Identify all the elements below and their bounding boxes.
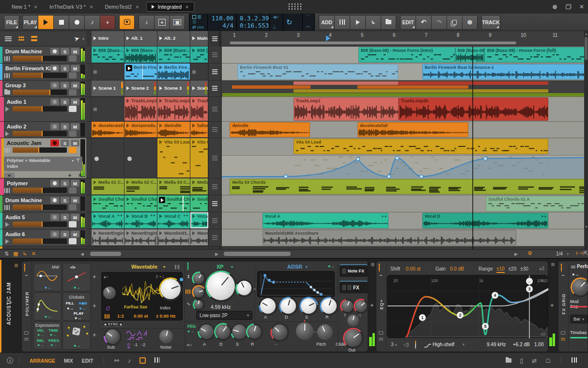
clip-options-column[interactable]	[208, 138, 220, 177]
browser-panel-icon[interactable]	[506, 358, 511, 363]
clip-options-column[interactable]	[208, 229, 220, 245]
arranger-clip[interactable]: 808 (Bass-08)	[455, 47, 485, 63]
mute-button[interactable]: M	[71, 231, 79, 238]
eq-curve-display[interactable]: 201001k10k +10 -10 ↔ 12543	[387, 275, 548, 338]
scene-button-4[interactable]: Scen	[190, 80, 208, 96]
transport-mode-icons[interactable]: ⇄	[189, 14, 208, 31]
tab-close-icon[interactable]: ✕	[185, 4, 189, 10]
track-menu-button[interactable]: TRACK	[481, 15, 500, 30]
track-row-group-3[interactable]: Group 3SM	[0, 80, 86, 97]
track-menu-button[interactable]	[69, 238, 77, 244]
arranger-row-8[interactable]: Soulful Chords 01 A	[222, 195, 584, 212]
tab-close-icon[interactable]: ✕	[89, 4, 93, 10]
solo-button[interactable]: S	[61, 48, 69, 55]
volume-slider[interactable]	[13, 205, 67, 210]
gain-value[interactable]: 0.0 dB	[450, 266, 464, 272]
clip-cell[interactable]: deceleratefall	[92, 122, 124, 137]
arm-button[interactable]	[50, 48, 59, 55]
fill-mod-icon[interactable]: ●→	[67, 306, 74, 311]
filter-power-icon[interactable]	[187, 264, 188, 271]
time-signature[interactable]: 4/4	[211, 22, 233, 29]
arranger-clip[interactable]: Vocal A▼▼	[263, 213, 389, 228]
clip-cell[interactable]: 808 (Bass-...	[157, 47, 190, 63]
volume-slider[interactable]	[13, 239, 67, 244]
clip-cell[interactable]: Vita 0	[190, 138, 208, 177]
arm-button[interactable]	[50, 180, 59, 187]
track-row-acoustic-jam[interactable]: Acoustic JamSMPolymer » WavetableIndex▾⊤…	[0, 138, 86, 178]
mute-button[interactable]: M	[71, 123, 79, 130]
volume-slider[interactable]	[13, 106, 67, 112]
clip-cell[interactable]: Soulf	[190, 195, 208, 211]
mod-slot-lfo[interactable]: MW ●→	[33, 263, 62, 291]
clip-cell[interactable]: fallon	[190, 122, 208, 137]
feg-s-knob[interactable]	[232, 324, 247, 339]
range-option-±20[interactable]: ±20	[509, 266, 517, 273]
clip-cell[interactable]	[190, 64, 208, 80]
delete-button[interactable]: ⊗	[462, 15, 478, 30]
sub-octave--2[interactable]: -2	[141, 342, 145, 347]
arm-button[interactable]	[50, 197, 59, 204]
scroll-up-icon[interactable]: ▲	[585, 32, 588, 35]
clip-cell[interactable]: Soulful Cho...	[124, 195, 157, 211]
eq-band-badge[interactable]: 3	[528, 287, 530, 291]
arranger-clip[interactable]: TrashLoop2b	[399, 97, 549, 121]
ruler-range-bar[interactable]	[230, 41, 516, 45]
mute-button[interactable]: M	[71, 82, 79, 89]
track-menu-button[interactable]	[69, 55, 77, 62]
fade-icons[interactable]: ⌒ 〜	[303, 14, 314, 31]
tab-demotest2[interactable]: DemoTest2✕	[100, 2, 144, 11]
play-menu-button[interactable]: PLAY	[22, 15, 38, 30]
info-icon[interactable]: i	[7, 357, 13, 364]
env-type-label[interactable]: ADSR	[287, 264, 302, 270]
tab-integrated[interactable]: Integrated✕	[146, 2, 195, 12]
automation-write-button[interactable]: ♪	[84, 15, 100, 30]
add-modulator-button[interactable]: +	[93, 302, 96, 309]
scene-button-3[interactable]: Scene 3	[157, 80, 190, 96]
noise-level-knob[interactable]	[159, 330, 173, 343]
clip-cell[interactable]: Vocal	[190, 212, 208, 228]
device-power-icon[interactable]	[561, 265, 562, 272]
clip-cell[interactable]	[92, 64, 124, 80]
launcher-hscroll-thumb[interactable]	[90, 252, 121, 256]
arm-button[interactable]	[50, 231, 59, 238]
rel-label[interactable]: REL●→	[37, 339, 45, 348]
stop-button-cell[interactable]	[86, 138, 92, 177]
filter-drive-knob[interactable]	[193, 273, 204, 284]
track-menu-button[interactable]	[69, 72, 77, 79]
dual-panel-icon[interactable]: ⚯	[114, 357, 119, 364]
stop-button-cell[interactable]	[86, 97, 92, 121]
snap-dropdown-icon[interactable]: ▾	[567, 252, 569, 256]
track-menu-button[interactable]	[69, 221, 77, 227]
mute-button[interactable]: M	[71, 197, 79, 204]
remote-controls-icon[interactable]	[379, 331, 383, 335]
add-modulator-button[interactable]: +	[93, 331, 96, 338]
scene-header-4[interactable]: Main	[190, 31, 208, 46]
clip-cell[interactable]	[92, 138, 124, 177]
osc-ratio[interactable]: 1:2	[117, 313, 124, 319]
env-slope-knob[interactable]	[272, 324, 287, 340]
device-power-icon[interactable]	[379, 265, 380, 272]
file-menu-button[interactable]: FILE	[4, 15, 19, 30]
clip-automation-write-button[interactable]: ♪	[139, 15, 154, 30]
solo-button[interactable]: S	[61, 180, 69, 187]
sub-shape-icons[interactable]	[125, 330, 151, 341]
pres-label[interactable]: PRES●→	[48, 339, 59, 348]
solo-sort-icons[interactable]: ⩓⇕	[539, 266, 544, 272]
scene-header-2[interactable]: Alt. 1	[124, 31, 157, 46]
add-menu-button[interactable]: ADD	[319, 15, 334, 30]
fx-slot[interactable]: FX	[340, 281, 368, 293]
clip-options-column[interactable]	[208, 178, 220, 194]
arranger-hscroll-thumb[interactable]	[224, 252, 291, 256]
mod-slot-envelope[interactable]: ●→	[33, 292, 62, 320]
bar-dropdown[interactable]: Bar▾	[570, 315, 588, 323]
clip-cell[interactable]: 808 (	[190, 47, 208, 63]
track-list-mode-icon[interactable]	[5, 36, 12, 41]
arranger-clip[interactable]: TrashLoop1	[294, 97, 399, 121]
automation-curve[interactable]	[222, 156, 584, 179]
arranger-clip[interactable]: Berlin Firework Beat 01	[237, 64, 398, 80]
filter-dropdown-icon[interactable]: ▾	[231, 265, 233, 269]
clip-cell[interactable]: Wavoloid1...	[157, 229, 190, 245]
track-row-audio-5[interactable]: Audio 5SM	[0, 212, 86, 229]
clip-stop-icon[interactable]	[93, 70, 97, 74]
play-start-marker[interactable]	[326, 35, 330, 41]
